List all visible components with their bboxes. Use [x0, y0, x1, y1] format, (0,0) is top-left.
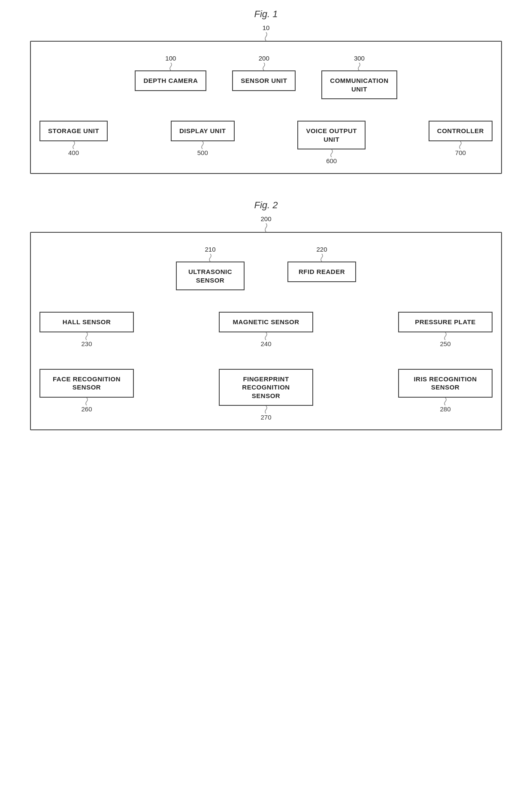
rfid-squiggle	[318, 254, 325, 262]
fig1-row2: STORAGE UNIT 400 DISPLAY UNIT 500 VOICE …	[39, 121, 493, 164]
fig1-voice-output-num: 600	[326, 157, 337, 164]
fig2-ultrasonic-sensor-block: 210 ULTRASONICSENSOR	[176, 246, 245, 290]
fig1-sensor-unit-num: 200	[259, 55, 269, 62]
fingerprint-squiggle	[263, 406, 269, 414]
fig2-iris-recognition-label: IRIS RECOGNITIONSENSOR	[398, 369, 493, 398]
figure-2-wrapper: Fig. 2 200 210 ULTRASONICSENSOR 220	[17, 200, 515, 430]
fig1-sensor-unit-block: 200 SENSOR UNIT	[232, 55, 296, 99]
ultrasonic-squiggle	[207, 254, 214, 262]
fig1-voice-output-label: VOICE OUTPUTUNIT	[297, 121, 366, 149]
fig2-magnetic-sensor-block: MAGNETIC SENSOR 240	[219, 312, 313, 347]
face-recognition-squiggle	[83, 398, 90, 405]
fig2-top-num: 200	[260, 215, 271, 222]
fig1-display-unit-label: DISPLAY UNIT	[171, 121, 235, 141]
fig1-row1: 100 DEPTH CAMERA 200 SENSOR UNIT 300	[39, 55, 493, 99]
fig1-controller-label: CONTROLLER	[429, 121, 493, 141]
fig2-fingerprint-block: FINGERPRINTRECOGNITIONSENSOR 270	[219, 369, 313, 421]
fig1-title: Fig. 1	[254, 9, 278, 20]
fig2-hall-sensor-label: HALL SENSOR	[39, 312, 134, 332]
pressure-plate-squiggle	[442, 332, 449, 340]
fig2-rfid-reader-block: 220 RFID READER	[287, 246, 356, 290]
magnetic-sensor-squiggle	[263, 332, 269, 340]
fig2-pressure-plate-block: PRESSURE PLATE 250	[398, 312, 493, 347]
fig1-depth-camera-num: 100	[165, 55, 176, 62]
fig1-top-node: 10	[263, 24, 270, 41]
fig1-storage-unit-block: STORAGE UNIT 400	[39, 121, 108, 164]
fig2-outer-box: 210 ULTRASONICSENSOR 220 RFID READER HAL…	[30, 232, 502, 430]
fig2-pressure-plate-num: 250	[440, 340, 450, 347]
fig2-fingerprint-label: FINGERPRINTRECOGNITIONSENSOR	[219, 369, 313, 406]
fig2-pressure-plate-label: PRESSURE PLATE	[398, 312, 493, 332]
iris-recognition-squiggle	[442, 398, 449, 405]
fig2-row3: FACE RECOGNITIONSENSOR 260 FINGERPRINTRE…	[39, 369, 493, 421]
fig2-ultrasonic-num: 210	[205, 246, 215, 253]
fig1-top-squiggle	[263, 32, 269, 41]
fig2-hall-sensor-num: 230	[81, 340, 92, 347]
hall-sensor-squiggle	[83, 332, 90, 340]
fig2-hall-sensor-block: HALL SENSOR 230	[39, 312, 134, 347]
display-unit-squiggle	[199, 141, 206, 149]
fig2-iris-recognition-num: 280	[440, 405, 450, 413]
fig1-display-unit-num: 500	[197, 149, 208, 156]
fig2-rfid-label: RFID READER	[287, 262, 356, 282]
fig1-outer-box: 100 DEPTH CAMERA 200 SENSOR UNIT 300	[30, 41, 502, 174]
fig1-depth-camera-label: DEPTH CAMERA	[135, 70, 206, 91]
fig2-rfid-num: 220	[316, 246, 327, 253]
fig2-fingerprint-num: 270	[260, 414, 271, 421]
fig2-magnetic-sensor-label: MAGNETIC SENSOR	[219, 312, 313, 332]
fig2-title: Fig. 2	[254, 200, 278, 211]
fig2-top-node: 200	[260, 215, 271, 232]
storage-unit-squiggle	[70, 141, 77, 149]
fig1-comm-unit-block: 300 COMMUNICATIONUNIT	[321, 55, 397, 99]
fig1-display-unit-block: DISPLAY UNIT 500	[171, 121, 235, 164]
fig1-top-num: 10	[263, 24, 270, 31]
fig2-face-recognition-num: 260	[81, 405, 92, 413]
comm-unit-squiggle	[356, 63, 363, 70]
fig1-storage-unit-num: 400	[68, 149, 79, 156]
fig1-controller-block: CONTROLLER 700	[429, 121, 493, 164]
fig1-comm-unit-num: 300	[354, 55, 365, 62]
figure-1-wrapper: Fig. 1 10 100 DEPTH CAMERA 200	[17, 9, 515, 174]
fig2-row1: 210 ULTRASONICSENSOR 220 RFID READER	[39, 246, 493, 290]
fig2-top-squiggle	[263, 223, 269, 232]
fig2-ultrasonic-label: ULTRASONICSENSOR	[176, 262, 245, 290]
fig1-storage-unit-label: STORAGE UNIT	[39, 121, 108, 141]
controller-squiggle	[457, 141, 464, 149]
fig2-face-recognition-label: FACE RECOGNITIONSENSOR	[39, 369, 134, 398]
fig2-row2: HALL SENSOR 230 MAGNETIC SENSOR 240 PRES…	[39, 312, 493, 347]
sensor-unit-squiggle	[260, 63, 267, 70]
fig1-comm-unit-label: COMMUNICATIONUNIT	[321, 70, 397, 99]
fig2-iris-recognition-block: IRIS RECOGNITIONSENSOR 280	[398, 369, 493, 421]
fig1-sensor-unit-label: SENSOR UNIT	[232, 70, 296, 91]
fig2-face-recognition-block: FACE RECOGNITIONSENSOR 260	[39, 369, 134, 421]
voice-output-squiggle	[328, 149, 335, 157]
fig2-magnetic-sensor-num: 240	[260, 340, 271, 347]
fig1-depth-camera-block: 100 DEPTH CAMERA	[135, 55, 206, 99]
depth-camera-squiggle	[167, 63, 174, 70]
fig1-voice-output-block: VOICE OUTPUTUNIT 600	[297, 121, 366, 164]
fig1-controller-num: 700	[455, 149, 466, 156]
